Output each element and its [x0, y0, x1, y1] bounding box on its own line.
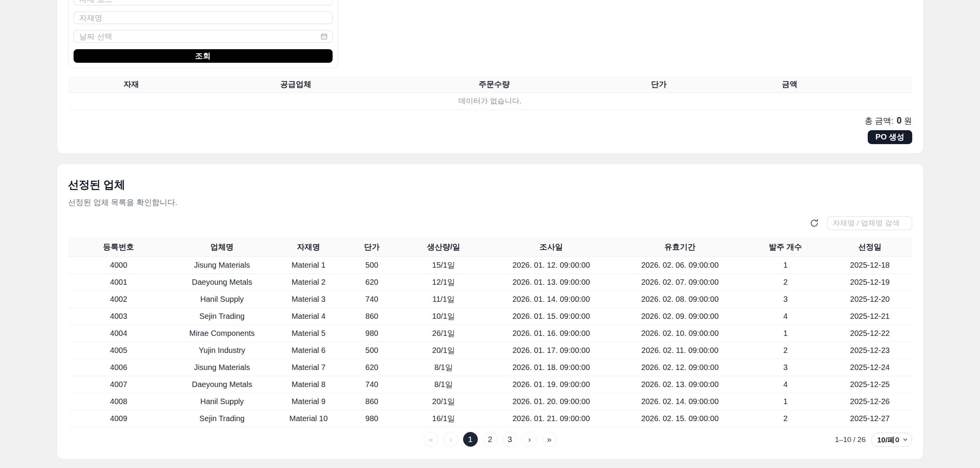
table-cell: 8/1일: [402, 376, 486, 393]
table-cell: 1: [743, 393, 827, 410]
table-cell: Material 3: [275, 291, 342, 308]
table-cell: 980: [342, 325, 402, 342]
table-cell: 2: [743, 410, 827, 427]
date-select-input[interactable]: [74, 30, 333, 43]
table-cell: 2026. 02. 08. 09:00:00: [616, 291, 743, 308]
search-button[interactable]: 조회: [74, 49, 333, 63]
table-cell: 2025-12-20: [827, 291, 912, 308]
table-cell: Material 2: [275, 274, 342, 291]
pagination-first-button[interactable]: «: [424, 432, 438, 447]
table-cell: 1: [743, 325, 827, 342]
table-cell: 2026. 01. 21. 09:00:00: [486, 410, 617, 427]
material-search-form: 조회: [68, 0, 338, 68]
total-amount: 총 금액:0원: [68, 115, 912, 126]
table-cell: 4009: [68, 410, 170, 427]
table-cell: 2026. 01. 15. 09:00:00: [486, 308, 617, 325]
pagination-page-3[interactable]: 3: [503, 432, 517, 447]
table-cell: 2026. 01. 16. 09:00:00: [486, 325, 617, 342]
pagination-last-button[interactable]: »: [542, 432, 557, 447]
table-cell: 2026. 02. 06. 09:00:00: [616, 257, 743, 274]
refresh-icon[interactable]: [808, 217, 820, 229]
table-row: 4000Jisung MaterialsMaterial 150015/1일20…: [68, 257, 912, 274]
table-cell: 2025-12-24: [827, 359, 912, 376]
vendor-table-body: 4000Jisung MaterialsMaterial 150015/1일20…: [68, 257, 912, 427]
pagination-next-button[interactable]: ›: [522, 432, 537, 447]
table-cell: 500: [342, 257, 402, 274]
page-size-select[interactable]: 10/페이지: [871, 433, 912, 447]
pagination-page-1[interactable]: 1: [463, 432, 478, 447]
order-footer: 총 금액:0원 PO 생성: [68, 115, 912, 144]
table-cell: 12/1일: [402, 274, 486, 291]
table-cell: 860: [342, 393, 402, 410]
table-cell: 2025-12-22: [827, 325, 912, 342]
table-cell: 20/1일: [402, 342, 486, 359]
table-cell: 4001: [68, 274, 170, 291]
column-header-production-per-day: 생산량/일: [402, 238, 486, 257]
table-cell: 2025-12-25: [827, 376, 912, 393]
table-row: 4001Daeyoung MetalsMaterial 262012/1일202…: [68, 274, 912, 291]
table-cell: 2026. 01. 19. 09:00:00: [486, 376, 617, 393]
column-header-selection-date: 선정일: [827, 238, 912, 257]
table-cell: Daeyoung Metals: [169, 376, 275, 393]
table-cell: Sejin Trading: [169, 308, 275, 325]
table-cell: 2026. 01. 14. 09:00:00: [486, 291, 617, 308]
table-cell: 8/1일: [402, 359, 486, 376]
table-cell: 980: [342, 410, 402, 427]
table-cell: 740: [342, 376, 402, 393]
table-cell: Jisung Materials: [169, 359, 275, 376]
column-header-reg-no: 등록번호: [68, 238, 170, 257]
table-cell: Material 5: [275, 325, 342, 342]
table-cell: 10/1일: [402, 308, 486, 325]
table-row: 4005Yujin IndustryMaterial 650020/1일2026…: [68, 342, 912, 359]
table-cell: 3: [743, 291, 827, 308]
table-cell: 2026. 02. 11. 09:00:00: [616, 342, 743, 359]
pagination-prev-button[interactable]: ‹: [443, 432, 458, 447]
section-title: 선정된 업체: [68, 177, 912, 192]
column-header-material-name: 자재명: [275, 238, 342, 257]
table-cell: Mirae Components: [169, 325, 275, 342]
table-cell: 2025-12-26: [827, 393, 912, 410]
table-cell: 4004: [68, 325, 170, 342]
material-code-input[interactable]: [74, 0, 333, 5]
page-size-select-wrap: 10/페이지: [871, 433, 912, 447]
table-cell: 4: [743, 308, 827, 325]
empty-state-row: 데이터가 없습니다.: [68, 93, 912, 110]
vendor-search-input[interactable]: [827, 216, 912, 230]
column-header-unit-price: 단가: [342, 238, 402, 257]
table-cell: Material 7: [275, 359, 342, 376]
column-header-vendor-name: 업체명: [169, 238, 275, 257]
pagination-page-2[interactable]: 2: [483, 432, 498, 447]
table-cell: Sejin Trading: [169, 410, 275, 427]
empty-state-text: 데이터가 없습니다.: [68, 93, 912, 110]
pagination-pages: « ‹ 1 2 3 › »: [68, 432, 912, 447]
table-cell: 15/1일: [402, 257, 486, 274]
column-header-material: 자재: [68, 76, 195, 93]
table-cell: Daeyoung Metals: [169, 274, 275, 291]
table-cell: Material 4: [275, 308, 342, 325]
table-cell: 2026. 02. 07. 09:00:00: [616, 274, 743, 291]
table-cell: 2026. 02. 13. 09:00:00: [616, 376, 743, 393]
table-cell: 4007: [68, 376, 170, 393]
table-cell: 4003: [68, 308, 170, 325]
table-cell: 2026. 01. 18. 09:00:00: [486, 359, 617, 376]
pagination-range-text: 1–10 / 26: [835, 435, 865, 444]
vendor-table-header-row: 등록번호 업체명 자재명 단가 생산량/일 조사일 유효기간 발주 개수 선정일: [68, 238, 912, 257]
table-row: 4008Hanil SupplyMaterial 986020/1일2026. …: [68, 393, 912, 410]
column-header-valid-until: 유효기간: [616, 238, 743, 257]
table-cell: 4002: [68, 291, 170, 308]
material-name-input[interactable]: [74, 12, 333, 24]
table-cell: 500: [342, 342, 402, 359]
table-row: 4006Jisung MaterialsMaterial 76208/1일202…: [68, 359, 912, 376]
table-cell: 2025-12-27: [827, 410, 912, 427]
table-cell: 2: [743, 274, 827, 291]
column-header-filler: [853, 76, 912, 93]
table-cell: Material 10: [275, 410, 342, 427]
table-cell: 4005: [68, 342, 170, 359]
table-cell: 2025-12-21: [827, 308, 912, 325]
column-header-supplier: 공급업체: [195, 76, 397, 93]
table-cell: 620: [342, 274, 402, 291]
table-cell: Material 8: [275, 376, 342, 393]
table-row: 4002Hanil SupplyMaterial 374011/1일2026. …: [68, 291, 912, 308]
create-po-button[interactable]: PO 생성: [868, 130, 912, 144]
column-header-order-count: 발주 개수: [743, 238, 827, 257]
